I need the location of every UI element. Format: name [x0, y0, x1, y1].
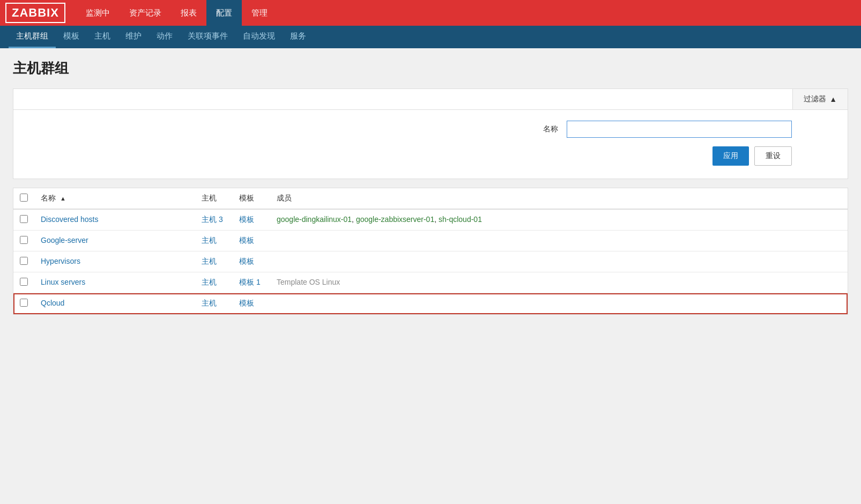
filter-section: 过滤器 ▲ 名称 应用 重设 — [13, 88, 848, 179]
row-checkbox[interactable] — [20, 299, 28, 307]
row-members-cell: google-dingkailinux-01, google-zabbixser… — [270, 209, 848, 231]
top-menu-item-jiance[interactable]: 监测中 — [76, 0, 120, 26]
table-row: Discovered hosts主机 3模板google-dingkailinu… — [13, 209, 848, 231]
row-hosts-cell: 主机 — [195, 231, 233, 251]
nav-actions[interactable]: 动作 — [149, 26, 180, 48]
row-templates-link[interactable]: 模板 — [239, 236, 254, 244]
row-templates-link[interactable]: 模板 1 — [239, 278, 261, 286]
member-separator: , — [352, 215, 356, 224]
row-members-cell — [270, 293, 848, 314]
row-hosts-link[interactable]: 主机 3 — [202, 215, 223, 224]
top-menu-item-guanli[interactable]: 管理 — [242, 0, 277, 26]
row-checkbox-cell — [13, 272, 34, 293]
reset-button[interactable]: 重设 — [754, 146, 792, 166]
row-hosts-cell: 主机 3 — [195, 209, 233, 231]
row-checkbox[interactable] — [20, 257, 28, 265]
second-navigation: 主机群组 模板 主机 维护 动作 关联项事件 自动发现 服务 — [0, 26, 861, 48]
table-row: Hypervisors主机模板 — [13, 251, 848, 272]
table-row: Linux servers主机模板 1Template OS Linux — [13, 272, 848, 293]
col-header-name: 名称 ▲ — [34, 188, 195, 209]
row-hosts-link[interactable]: 主机 — [202, 299, 217, 307]
row-hosts-cell: 主机 — [195, 293, 233, 314]
member-link-green[interactable]: google-zabbixserver-01 — [356, 215, 434, 224]
row-checkbox-cell — [13, 231, 34, 251]
row-templates-cell: 模板 — [233, 209, 270, 231]
member-link-gray[interactable]: Template OS Linux — [277, 278, 340, 286]
filter-name-input[interactable] — [567, 121, 792, 138]
row-checkbox[interactable] — [20, 215, 28, 223]
row-name-link[interactable]: Linux servers — [41, 278, 85, 286]
row-name-cell: Google-server — [34, 231, 195, 251]
member-link-green[interactable]: sh-qcloud-01 — [439, 215, 482, 224]
row-templates-cell: 模板 — [233, 293, 270, 314]
nav-templates[interactable]: 模板 — [56, 26, 87, 48]
apply-button[interactable]: 应用 — [712, 146, 749, 166]
select-all-header — [13, 188, 34, 209]
member-link-green[interactable]: google-dingkailinux-01 — [277, 215, 352, 224]
row-hosts-cell: 主机 — [195, 272, 233, 293]
member-separator: , — [434, 215, 439, 224]
col-header-templates: 模板 — [233, 188, 270, 209]
table-container: 名称 ▲ 主机 模板 成员 Discovered hosts主机 3模板goog… — [13, 188, 848, 315]
top-menu-item-zichan[interactable]: 资产记录 — [120, 0, 171, 26]
row-hosts-link[interactable]: 主机 — [202, 236, 217, 244]
page-title: 主机群组 — [13, 59, 848, 78]
row-templates-cell: 模板 — [233, 251, 270, 272]
filter-body: 名称 应用 重设 — [13, 110, 848, 179]
filter-buttons: 应用 重设 — [26, 146, 835, 166]
main-content: 主机群组 过滤器 ▲ 名称 应用 重设 — [0, 48, 861, 504]
row-templates-link[interactable]: 模板 — [239, 215, 254, 224]
row-name-link[interactable]: Discovered hosts — [41, 215, 98, 224]
row-checkbox-cell — [13, 251, 34, 272]
table-body: Discovered hosts主机 3模板google-dingkailinu… — [13, 209, 848, 314]
sort-arrow-icon: ▲ — [60, 195, 66, 202]
filter-toggle-arrow-icon: ▲ — [829, 95, 837, 103]
row-checkbox[interactable] — [20, 278, 28, 286]
row-members-cell — [270, 251, 848, 272]
row-templates-link[interactable]: 模板 — [239, 257, 254, 265]
table-header-row: 名称 ▲ 主机 模板 成员 — [13, 188, 848, 209]
row-hosts-link[interactable]: 主机 — [202, 257, 217, 265]
nav-hosts[interactable]: 主机 — [87, 26, 118, 48]
row-name-cell: Linux servers — [34, 272, 195, 293]
row-templates-cell: 模板 — [233, 231, 270, 251]
select-all-checkbox[interactable] — [20, 194, 28, 202]
row-hosts-cell: 主机 — [195, 251, 233, 272]
col-header-members: 成员 — [270, 188, 848, 209]
nav-maintenance[interactable]: 维护 — [118, 26, 149, 48]
row-name-cell: Discovered hosts — [34, 209, 195, 231]
row-checkbox-cell — [13, 293, 34, 314]
filter-toggle-label: 过滤器 — [804, 94, 826, 104]
row-name-cell: Hypervisors — [34, 251, 195, 272]
row-members-cell — [270, 231, 848, 251]
filter-toggle-button[interactable]: 过滤器 ▲ — [792, 89, 848, 109]
top-navigation: ZABBIX 监测中 资产记录 报表 配置 管理 — [0, 0, 861, 26]
filter-header: 过滤器 ▲ — [13, 89, 848, 110]
row-name-link[interactable]: Qcloud — [41, 299, 64, 307]
row-members-cell: Template OS Linux — [270, 272, 848, 293]
row-name-link[interactable]: Hypervisors — [41, 257, 80, 265]
top-menu-item-baobiao[interactable]: 报表 — [171, 0, 206, 26]
filter-name-row: 名称 — [26, 121, 835, 138]
top-menu-item-peizhi[interactable]: 配置 — [206, 0, 242, 26]
filter-name-label: 名称 — [537, 124, 558, 134]
nav-services[interactable]: 服务 — [283, 26, 314, 48]
table-row: Qcloud主机模板 — [13, 293, 848, 314]
top-menu: 监测中 资产记录 报表 配置 管理 — [76, 0, 277, 26]
host-groups-table: 名称 ▲ 主机 模板 成员 Discovered hosts主机 3模板goog… — [13, 188, 848, 314]
row-name-link[interactable]: Google-server — [41, 236, 88, 244]
row-checkbox-cell — [13, 209, 34, 231]
row-templates-cell: 模板 1 — [233, 272, 270, 293]
table-row: Google-server主机模板 — [13, 231, 848, 251]
col-header-hosts: 主机 — [195, 188, 233, 209]
nav-host-groups[interactable]: 主机群组 — [9, 26, 56, 48]
nav-auto-discover[interactable]: 自动发现 — [235, 26, 283, 48]
row-checkbox[interactable] — [20, 236, 28, 244]
row-templates-link[interactable]: 模板 — [239, 299, 254, 307]
logo[interactable]: ZABBIX — [5, 3, 65, 23]
row-name-cell: Qcloud — [34, 293, 195, 314]
row-hosts-link[interactable]: 主机 — [202, 278, 217, 286]
